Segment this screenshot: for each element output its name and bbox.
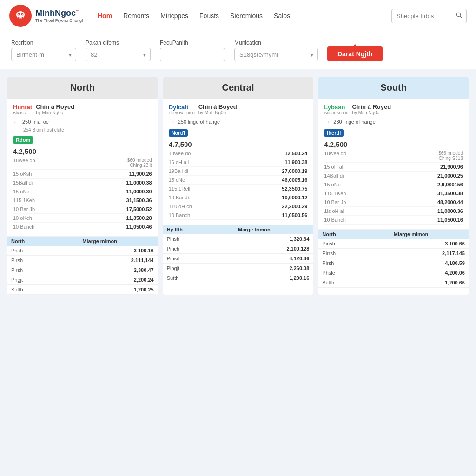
logo: MinhNgoc™ The Thoal Fryono Chong! — [9, 5, 84, 27]
sub-data-row: Sutth 1,200.16 — [163, 273, 313, 283]
data-row: 115 1Rell 52,3500.75 — [169, 185, 308, 193]
data-row: 15 oH al 21,900.96 — [324, 163, 463, 172]
section-divider-south: North Mlarge mimon — [318, 230, 469, 239]
main-nav: Hom Remonts Miricppes Fousts Sieremious … — [98, 12, 377, 20]
filter-fecupanith: FecuPanith 14i — [160, 40, 225, 61]
filter-recrition-wrap: Birment-m — [11, 48, 76, 61]
svg-line-7 — [460, 16, 463, 18]
data-row: 15 oNe 2,9,000156 — [324, 180, 463, 189]
data-row: 115 1Keh 31,1500.36 — [13, 196, 152, 205]
product-name: Chin à Boyed by Mnh Ng0o — [198, 103, 237, 115]
arrow-right-icon: → — [324, 118, 331, 126]
price-badge-wrap: Nortfi — [169, 127, 308, 139]
data-row: 10 oKeh 11,3500.28 — [13, 214, 152, 223]
data-row: 19Ball di 27,0000.19 — [169, 167, 308, 176]
data-row: 10 Bar Jb 10,0000.12 — [169, 193, 308, 202]
price-main: 4.7,500 — [169, 140, 308, 148]
columns-grid: North Huntat Bitatss Chin à Royed by Mim… — [7, 77, 469, 295]
brand-name2: Ngoc — [55, 8, 76, 18]
section-divider-central: Hy lfth Marge trimon — [163, 225, 313, 234]
exchange-row: ← 250 mial oe — [13, 118, 152, 126]
filter-munication-label: Munication — [234, 40, 318, 46]
filter-recrition-label: Recrition — [11, 40, 76, 46]
sub-data-row: Pirsh 4,180.59 — [318, 258, 469, 268]
nav-remonts[interactable]: Remonts — [123, 12, 149, 20]
search-button[interactable] — [452, 9, 466, 23]
product-card-north: Huntat Bitatss Chin à Royed by Mim Ng0o … — [7, 99, 158, 237]
exchange-line2: 254 Biom host clate — [23, 127, 152, 132]
data-row: 16 oH all 11,900.38 — [169, 158, 308, 167]
search-box — [391, 9, 467, 23]
data-row: 18wee do 12,500.24 — [169, 149, 308, 158]
sub-data-row: Phsh 3 100.16 — [7, 246, 158, 256]
sub-data-row: Phsle 4,200.06 — [318, 268, 469, 278]
filter-munication: Munication S18gsre/mymi — [234, 40, 318, 61]
exchange-row: → 230 linge of hange — [324, 118, 463, 126]
filter-recrition: Recrition Birment-m — [11, 40, 76, 61]
product-card-central: Dyicait Fbey Racomo Chin à Boyed by Mnh … — [163, 99, 313, 225]
data-row: 15Ball di 11,0000.38 — [13, 178, 152, 187]
product-card-south: Lybaan Sugar Scono Clrin à Royed by Mim … — [318, 99, 469, 230]
filter-munication-select[interactable]: S18gsre/mymi — [234, 48, 318, 61]
price-main: 4.2,500 — [324, 140, 463, 148]
price-main: 4.2,500 — [13, 147, 152, 155]
product-header: Huntat Bitatss Chin à Royed by Mim Ng0o — [13, 103, 152, 115]
data-row: 10 Banch 11,0500.46 — [13, 223, 152, 231]
sub-data-row: Sutth 1,200.25 — [7, 285, 158, 295]
sub-data-row: Pingjt 2,260.08 — [163, 264, 313, 273]
price-badge: Rdom — [13, 136, 33, 144]
product-logo: Dyicait Fbey Racomo — [169, 104, 195, 115]
data-row: 1is oH al 11,0000.36 — [324, 207, 463, 216]
nav-sieremious[interactable]: Sieremious — [230, 12, 263, 20]
sub-data-row: Batth 1,200.66 — [318, 278, 469, 288]
site-header: MinhNgoc™ The Thoal Fryono Chong! Hom Re… — [0, 0, 476, 32]
sub-data-row: Pirsh 2,380.47 — [7, 265, 158, 275]
product-logo: Huntat Bitatss — [13, 104, 32, 115]
brand-name: MinhNgoc™ — [35, 9, 83, 18]
col-header-south: South — [318, 77, 469, 99]
filter-munication-wrap: S18gsre/mymi — [234, 48, 318, 61]
sub-data-row: Pinch 2,100.128 — [163, 244, 313, 254]
filter-pakan-select[interactable]: 82 — [86, 48, 151, 61]
column-south: South Lybaan Sugar Scono Clrin à Royed b… — [318, 77, 469, 295]
nav-miricppes[interactable]: Miricppes — [160, 12, 188, 20]
product-logo: Lybaan Sugar Scono — [324, 104, 348, 115]
sub-data-row: Pinsit 4,120.36 — [163, 254, 313, 264]
main-content: North Huntat Bitatss Chin à Royed by Mim… — [0, 69, 476, 302]
nav-hom[interactable]: Hom — [98, 12, 112, 20]
filter-fecupanith-label: FecuPanith — [160, 40, 225, 46]
filters-bar: Recrition Birment-m Pakan cifems 82 Fecu… — [0, 32, 476, 69]
sub-data-row: Pinsh 3 100.66 — [318, 239, 469, 249]
data-row: 110 oH ch 22,2000.29 — [169, 202, 308, 211]
svg-point-4 — [18, 14, 19, 15]
svg-point-1 — [16, 11, 25, 19]
logo-icon — [9, 5, 32, 27]
sub-data-row: Pinsh 1,320.64 — [163, 234, 313, 244]
product-header: Dyicait Fbey Racomo Chin à Boyed by Mnh … — [169, 103, 308, 115]
section-divider-north: North Mlarge mimon — [7, 237, 158, 246]
column-north: North Huntat Bitatss Chin à Royed by Mim… — [7, 77, 158, 295]
filter-pakan-label: Pakan cifems — [86, 40, 151, 46]
nav-fousts[interactable]: Fousts — [199, 12, 219, 20]
search-icon — [456, 12, 463, 19]
logo-text: MinhNgoc™ The Thoal Fryono Chong! — [35, 9, 83, 23]
data-row: 15 oNe 11,0000.30 — [13, 187, 152, 196]
data-row: 18wee do $60 nnodedChing 23lit — [13, 156, 152, 170]
data-row: 15 oKsh 11,900.26 — [13, 170, 152, 178]
data-row: 10 Bar Jb 17,5000.52 — [13, 205, 152, 214]
logo-subtitle: The Thoal Fryono Chong! — [35, 18, 83, 23]
filter-recrition-select[interactable]: Birment-m — [11, 48, 76, 61]
data-row: 15 oNe 46,0005.16 — [169, 176, 308, 185]
filter-fecupanith-input[interactable]: 14i — [160, 48, 225, 61]
data-row: 10 Banch 11,0500.56 — [169, 211, 308, 220]
nav-salos[interactable]: Salos — [274, 12, 290, 20]
sub-data-row: Pirrsh 2,117.145 — [318, 249, 469, 258]
product-name: Clrin à Royed by Mim Ng0o — [352, 103, 391, 115]
price-badge: Nortfi — [169, 129, 188, 137]
search-submit-button[interactable]: Darat Ngjth — [327, 46, 383, 61]
price-badge: Iitertli — [324, 129, 344, 137]
search-input[interactable] — [392, 10, 452, 22]
column-central: Central Dyicait Fbey Racomo Chin à Boyed… — [163, 77, 313, 295]
data-row: 10 Banch 11,0500.16 — [324, 216, 463, 225]
price-badge-wrap: Rdom — [13, 134, 152, 145]
